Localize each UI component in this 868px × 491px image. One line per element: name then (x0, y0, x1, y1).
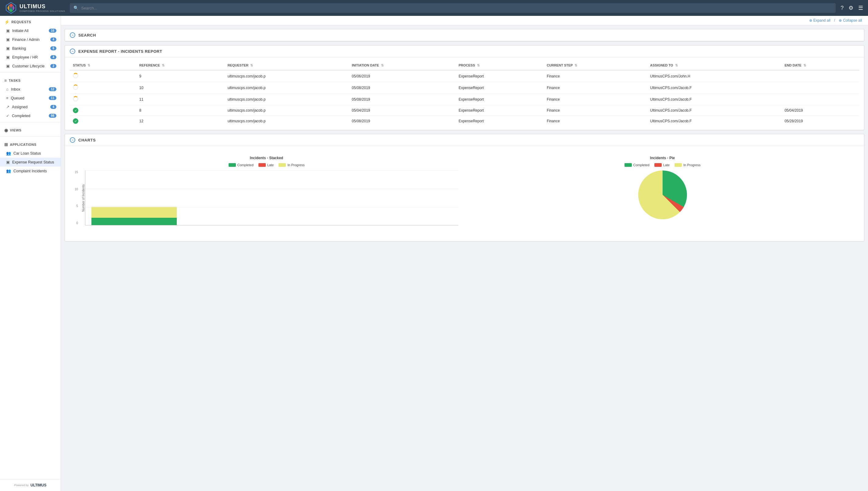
sidebar-item-employee-hr[interactable]: ▣ Employee / HR 4 (0, 53, 61, 62)
inbox-label: Inbox (11, 87, 46, 91)
complaint-label: Complaint Incidents (13, 169, 56, 173)
customer-lifecycle-icon: ▣ (6, 64, 10, 68)
cell-current-step: Finance (544, 105, 647, 116)
cell-requester: ultimuscps.com/jacob.p (225, 105, 349, 116)
queued-icon: ≡ (6, 96, 8, 100)
cell-assigned-to: UltimusCPS.com/Jacob.F (647, 82, 781, 94)
col-initiation-date: INITIATION DATE ⇅ (349, 61, 455, 70)
section-label-applications: APPLICATIONS (10, 143, 37, 146)
legend-color-in-progress (279, 163, 286, 167)
status-done-icon: ✓ (73, 108, 78, 113)
brand-name: ULTIMUS (20, 3, 65, 10)
sort-icon-assigned-to[interactable]: ⇅ (675, 63, 678, 67)
divider-3 (0, 136, 61, 137)
brand-subtitle: COMPOSED PROCESS SOLUTIONS (20, 10, 65, 12)
sidebar-item-complaint-incidents[interactable]: 👥 Complaint Incidents (0, 167, 61, 175)
search-bar[interactable]: 🔍 (70, 3, 836, 13)
cell-reference: 12 (136, 116, 225, 126)
sidebar-item-car-loan-status[interactable]: 👥 Car Loan Status (0, 149, 61, 158)
sort-icon-status[interactable]: ⇅ (88, 63, 90, 67)
help-icon[interactable]: ? (841, 5, 844, 11)
cell-process: ExpenseReport (456, 82, 544, 94)
expense-request-icon: ▣ (6, 160, 10, 164)
svg-marker-4 (7, 5, 9, 11)
bar-chart-area (85, 171, 458, 225)
cell-requester: ultimuscps.com/jacob.p (225, 70, 349, 82)
pie-chart-legend: Completed Late In Progress (624, 163, 701, 167)
inbox-badge: 12 (49, 87, 56, 91)
sidebar-item-queued[interactable]: ≡ Queued 11 (0, 94, 61, 103)
table-row: 9ultimuscps.com/jacob.p05/06/2019Expense… (70, 70, 859, 82)
sidebar: ⚡ REQUESTS ▣ Initiate All 16 ▣ Finance /… (0, 16, 61, 491)
cell-process: ExpenseReport (456, 116, 544, 126)
section-header-requests: ⚡ REQUESTS (0, 16, 61, 26)
legend-label-in-progress: In Progress (287, 163, 305, 167)
cell-initiation-date: 05/04/2019 (349, 105, 455, 116)
legend-color-completed (228, 163, 236, 167)
pie-legend-color-in-progress (675, 163, 682, 167)
cell-status (70, 82, 136, 94)
sort-icon-initiation-date[interactable]: ⇅ (381, 63, 384, 67)
expense-report-title: EXPENSE REPORT - INCIDENTS REPORT (78, 49, 162, 54)
banking-label: Banking (12, 46, 48, 51)
complaint-icon: 👥 (6, 169, 11, 173)
sidebar-item-customer-lifecycle[interactable]: ▣ Customer Lifecycle 2 (0, 62, 61, 70)
sort-icon-requester[interactable]: ⇅ (250, 63, 253, 67)
logo-area: ULTIMUS COMPOSED PROCESS SOLUTIONS (5, 2, 65, 14)
sidebar-item-assigned[interactable]: ↗ Assigned 4 (0, 103, 61, 111)
finance-admin-badge: 4 (50, 37, 56, 41)
expand-all-button[interactable]: ⊕ Expand all (809, 18, 831, 23)
logo-text: ULTIMUS COMPOSED PROCESS SOLUTIONS (20, 3, 65, 12)
stacked-chart-title: Incidents - Stacked (75, 156, 458, 160)
y-tick-0: 0 (76, 222, 78, 225)
cell-requester: ultimuscps.com/jacob.p (225, 94, 349, 105)
legend-label-completed: Completed (238, 163, 254, 167)
sidebar-item-completed[interactable]: ✓ Completed 98 (0, 111, 61, 120)
sidebar-item-inbox[interactable]: ⌂ Inbox 12 (0, 85, 61, 94)
sort-icon-current-step[interactable]: ⇅ (575, 63, 577, 67)
col-status: STATUS ⇅ (70, 61, 136, 70)
sidebar-item-banking[interactable]: ▣ Banking 6 (0, 44, 61, 53)
collapse-all-button[interactable]: ⊕ Collapse all (839, 18, 862, 23)
expense-report-body: STATUS ⇅ REFERENCE ⇅ REQUESTER ⇅ (65, 57, 864, 130)
sort-icon-process[interactable]: ⇅ (477, 63, 480, 67)
pie-legend-late: Late (654, 163, 670, 167)
legend-in-progress: In Progress (279, 163, 305, 167)
col-reference: REFERENCE ⇅ (136, 61, 225, 70)
topbar-icons: ? ⚙ ☰ (841, 5, 863, 11)
col-assigned-to: ASSIGNED TO ⇅ (647, 61, 781, 70)
grid-line-mid2 (85, 207, 458, 207)
divider-1 (0, 72, 61, 73)
banking-badge: 6 (50, 46, 56, 50)
sort-icon-reference[interactable]: ⇅ (162, 63, 164, 67)
sidebar-item-finance-admin[interactable]: ▣ Finance / Admin 4 (0, 35, 61, 44)
cell-assigned-to: UltimusCPS.com/Jacob.F (647, 116, 781, 126)
sidebar-item-initiate-all[interactable]: ▣ Initiate All 16 (0, 26, 61, 35)
section-label-tasks: TASKS (9, 79, 21, 82)
cell-current-step: Finance (544, 70, 647, 82)
cell-process: ExpenseReport (456, 70, 544, 82)
table-row: ✓12ultimuscps.com/jacob.p05/08/2019Expen… (70, 116, 859, 126)
charts-section-title: CHARTS (78, 138, 96, 142)
sort-icon-end-date[interactable]: ⇅ (803, 63, 806, 67)
initiate-all-badge: 16 (49, 29, 56, 33)
cell-initiation-date: 05/06/2019 (349, 70, 455, 82)
footer-logo: ULTIMUS (30, 483, 46, 487)
sidebar-item-expense-request-status[interactable]: ▣ Expense Request Status (0, 158, 61, 167)
employee-hr-badge: 4 (50, 55, 56, 59)
expense-report-toggle-button[interactable]: − (70, 49, 75, 54)
search-toggle-button[interactable]: − (70, 32, 75, 38)
search-input[interactable] (81, 6, 832, 10)
svg-marker-5 (13, 5, 14, 11)
cell-requester: ultimuscps.com/jacob.p (225, 82, 349, 94)
finance-admin-label: Finance / Admin (12, 37, 48, 42)
settings-icon[interactable]: ⚙ (848, 5, 854, 11)
expense-report-table: STATUS ⇅ REFERENCE ⇅ REQUESTER ⇅ (70, 61, 859, 126)
search-icon: 🔍 (73, 5, 79, 10)
menu-icon[interactable]: ☰ (858, 5, 863, 11)
table-row: ✓8ultimuscps.com/jacob.p05/04/2019Expens… (70, 105, 859, 116)
divider-2 (0, 122, 61, 122)
pie-legend-in-progress: In Progress (675, 163, 701, 167)
charts-toggle-button[interactable]: − (70, 137, 75, 143)
pie-legend-label-completed: Completed (633, 163, 649, 167)
